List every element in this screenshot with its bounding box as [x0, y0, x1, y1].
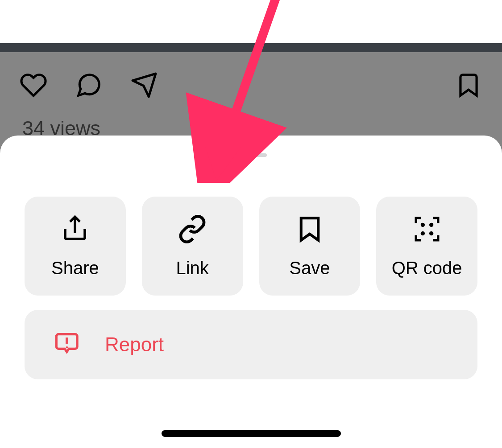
qr-code-button[interactable]: QR code [376, 197, 477, 296]
report-label: Report [105, 333, 164, 356]
save-button[interactable]: Save [259, 197, 361, 296]
svg-marker-0 [133, 74, 156, 97]
link-icon [178, 214, 207, 246]
link-button[interactable]: Link [142, 197, 243, 296]
link-label: Link [176, 258, 208, 278]
sheet-action-grid: Share Link Save QR code [0, 157, 502, 296]
svg-point-4 [420, 231, 424, 235]
bookmark-icon[interactable] [455, 71, 482, 101]
post-action-left-group [20, 71, 158, 101]
qr-code-icon [412, 214, 442, 246]
dark-media-edge [0, 43, 502, 52]
svg-point-5 [429, 231, 433, 235]
like-icon[interactable] [20, 71, 47, 101]
save-label: Save [289, 258, 330, 278]
comment-icon[interactable] [75, 71, 103, 101]
bottom-sheet: Share Link Save QR code Report [0, 136, 502, 448]
share-button[interactable]: Share [25, 197, 126, 296]
svg-point-3 [429, 222, 433, 226]
report-icon [52, 329, 82, 360]
report-button[interactable]: Report [25, 310, 477, 379]
direct-message-icon[interactable] [130, 71, 158, 101]
post-action-bar [0, 71, 502, 101]
sheet-grab-handle[interactable] [236, 153, 267, 157]
home-indicator[interactable] [162, 430, 341, 437]
share-label: Share [51, 258, 99, 278]
share-icon [60, 214, 90, 246]
svg-point-2 [420, 222, 424, 226]
svg-point-7 [66, 346, 68, 348]
save-icon [295, 214, 324, 246]
qr-code-label: QR code [392, 258, 462, 278]
